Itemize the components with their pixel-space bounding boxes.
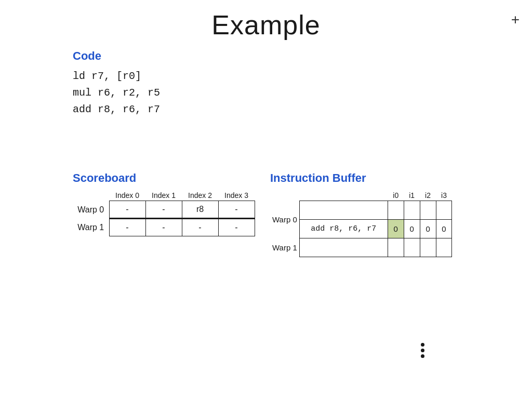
scoreboard-warp0-idx1: - bbox=[145, 201, 182, 219]
ibuf-warp1-r0-i2 bbox=[420, 238, 436, 257]
scoreboard-corner bbox=[73, 190, 109, 201]
scoreboard-col-0: Index 0 bbox=[109, 190, 145, 201]
scoreboard-warp1-label: Warp 1 bbox=[73, 219, 109, 236]
vertical-dots bbox=[421, 343, 424, 358]
ibuf-col-i2: i2 bbox=[420, 190, 436, 201]
scoreboard-warp1-idx0: - bbox=[109, 219, 145, 236]
ibuf-label: Instruction Buffer bbox=[270, 171, 452, 185]
code-line-3: add r8, r6, r7 bbox=[73, 101, 160, 118]
code-line-2: mul r6, r2, r5 bbox=[73, 85, 160, 101]
scoreboard-section: Scoreboard Index 0 Index 1 Index 2 Index… bbox=[73, 171, 255, 236]
scoreboard-warp0-idx2: r8 bbox=[182, 201, 218, 219]
scoreboard-label: Scoreboard bbox=[73, 171, 255, 185]
ibuf-corner bbox=[270, 190, 299, 201]
scoreboard-row-warp1: Warp 1 - - - - bbox=[73, 219, 255, 236]
page-title: Example bbox=[0, 0, 532, 41]
ibuf-warp0-label: Warp 0 bbox=[270, 201, 299, 238]
scoreboard-warp0-idx3: - bbox=[218, 201, 255, 219]
ibuf-warp1-label: Warp 1 bbox=[270, 238, 299, 257]
ibuf-header-row: i0 i1 i2 i3 bbox=[270, 190, 452, 201]
ibuf-col-i1: i1 bbox=[404, 190, 420, 201]
ibuf-warp0-r0-i1 bbox=[404, 201, 420, 220]
scoreboard-col-1: Index 1 bbox=[145, 190, 182, 201]
ibuf-col-i0: i0 bbox=[388, 190, 404, 201]
ibuf-warp0-r0-instr bbox=[299, 201, 388, 220]
scoreboard-header-row: Index 0 Index 1 Index 2 Index 3 bbox=[73, 190, 255, 201]
ibuf-col-i3: i3 bbox=[436, 190, 452, 201]
instruction-buffer-section: Instruction Buffer i0 i1 i2 i3 Warp 0 bbox=[270, 171, 452, 257]
ibuf-warp0-r1-i3: 0 bbox=[436, 220, 452, 238]
scoreboard-warp0-label: Warp 0 bbox=[73, 201, 109, 219]
scoreboard-warp1-idx1: - bbox=[145, 219, 182, 236]
scoreboard-warp1-idx3: - bbox=[218, 219, 255, 236]
scoreboard-warp1-idx2: - bbox=[182, 219, 218, 236]
ibuf-warp0-r0-i3 bbox=[436, 201, 452, 220]
ibuf-warp0-r0-i2 bbox=[420, 201, 436, 220]
scoreboard-col-2: Index 2 bbox=[182, 190, 218, 201]
code-line-1: ld r7, [r0] bbox=[73, 68, 160, 85]
code-section: Code ld r7, [r0] mul r6, r2, r5 add r8, … bbox=[73, 49, 160, 118]
scoreboard-warp0-idx0: - bbox=[109, 201, 145, 219]
code-label: Code bbox=[73, 49, 160, 63]
ibuf-warp1-row0: Warp 1 bbox=[270, 238, 452, 257]
ibuf-warp1-r0-i1 bbox=[404, 238, 420, 257]
ibuf-warp1-r0-instr bbox=[299, 238, 388, 257]
scoreboard-row-warp0: Warp 0 - - r8 - bbox=[73, 201, 255, 219]
ibuf-warp0-r1-i0: 0 bbox=[388, 220, 404, 238]
scoreboard-table: Index 0 Index 1 Index 2 Index 3 Warp 0 -… bbox=[73, 190, 255, 236]
ibuf-instr-corner bbox=[299, 190, 388, 201]
dot-1 bbox=[421, 343, 424, 347]
ibuf-warp0-r1-i2: 0 bbox=[420, 220, 436, 238]
ibuf-warp1-r0-i0 bbox=[388, 238, 404, 257]
code-block: ld r7, [r0] mul r6, r2, r5 add r8, r6, r… bbox=[73, 68, 160, 118]
dot-3 bbox=[421, 354, 424, 358]
dot-2 bbox=[421, 349, 424, 352]
plus-button[interactable]: + bbox=[511, 11, 520, 28]
ibuf-warp0-r1-i1: 0 bbox=[404, 220, 420, 238]
ibuf-table: i0 i1 i2 i3 Warp 0 add r8, r6, r7 0 0 0 bbox=[270, 190, 452, 257]
ibuf-warp0-r1-instr: add r8, r6, r7 bbox=[299, 220, 388, 238]
scoreboard-col-3: Index 3 bbox=[218, 190, 255, 201]
ibuf-warp1-r0-i3 bbox=[436, 238, 452, 257]
ibuf-warp0-r0-i0 bbox=[388, 201, 404, 220]
ibuf-warp0-row0: Warp 0 bbox=[270, 201, 452, 220]
